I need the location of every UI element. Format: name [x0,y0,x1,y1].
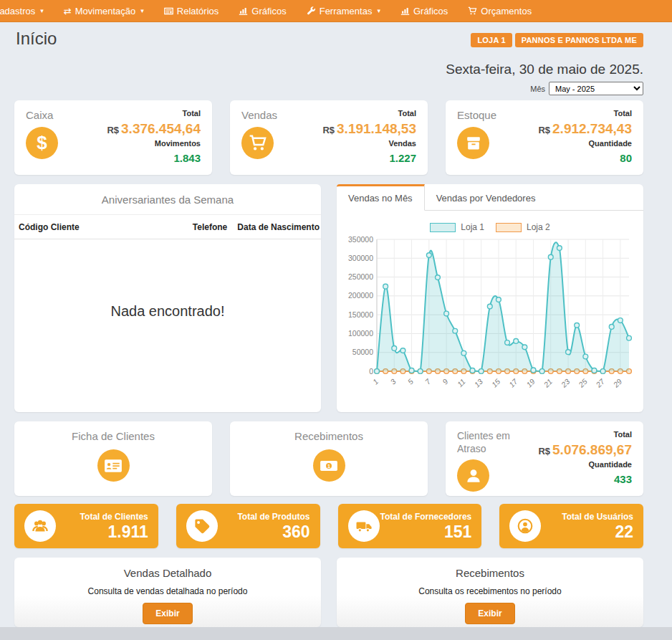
svg-text:29: 29 [611,377,624,390]
tile-value: 151 [380,523,472,541]
dashboard-page: Cadastros ▾ ⇄ Movimentação ▾ Relatórios … [0,0,672,640]
total-produtos-tile: Total de Produtos 360 [176,504,320,548]
id-card-icon [97,449,130,482]
chart-tabs: Vendas no Mês Vendas por Vendedores [337,184,643,211]
card-title: Clientes em Atraso [457,430,536,455]
exibir-vendas-button[interactable]: Exibir [143,603,192,624]
nav-cadastros[interactable]: Cadastros ▾ [0,0,54,22]
svg-text:150000: 150000 [348,310,373,319]
tab-vendas-no-mes[interactable]: Vendas no Mês [337,184,425,211]
svg-text:300000: 300000 [348,254,373,262]
panel-title: Aniversariantes da Semana [14,184,321,215]
store-badge[interactable]: LOJA 1 [471,33,512,47]
exibir-recebimentos-button[interactable]: Exibir [465,603,514,624]
nav-graficos-1[interactable]: Gráficos [229,0,296,22]
nav-graficos-2[interactable]: Gráficos [390,0,458,22]
sales-chart: 0500001000001500002000002500003000003500… [337,232,643,407]
cart-icon [241,127,274,159]
user-circle-icon [509,510,541,542]
total-amount: R$3.191.148,53 [322,120,416,138]
sales-chart-panel: Vendas no Mês Vendas por Vendedores Loja… [337,184,643,412]
bar-chart-icon [400,6,410,16]
total-label: Total [322,108,416,120]
tile-label: Total de Usuários [541,511,633,523]
total-fornecedores-tile: Total de Fornecedores 151 [338,504,482,548]
chart-legend: Loja 1 Loja 2 [337,222,643,232]
panel-title: Recebimentos [344,567,636,579]
svg-text:1: 1 [327,462,330,469]
vendas-detalhado-panel: Vendas Detalhado Consulta de vendas deta… [14,558,321,627]
total-label: Total [107,108,201,120]
col-codigo-cliente: Código Cliente [19,222,193,232]
svg-text:50000: 50000 [352,348,373,356]
vendas-card: Vendas Total R$3.191.148,53 Vendas 1.227 [230,100,428,175]
svg-text:0: 0 [369,367,373,376]
count-value: 1.227 [322,151,416,167]
svg-text:23: 23 [559,377,572,390]
svg-text:5: 5 [405,377,415,386]
recebimentos-panel: Recebimentos Consulta os recebimentos no… [337,558,643,627]
total-label: Total [538,108,632,120]
top-navbar: Cadastros ▾ ⇄ Movimentação ▾ Relatórios … [0,0,672,22]
count-label: Quantidade [538,138,632,151]
recebimentos-card[interactable]: Recebimentos 1 [230,421,428,496]
svg-text:200000: 200000 [348,291,373,300]
exchange-icon: ⇄ [64,6,72,16]
nav-relatorios[interactable]: Relatórios [154,0,229,22]
svg-text:7: 7 [423,376,433,386]
total-amount: R$3.376.454,64 [107,120,201,138]
table-header: Código Cliente Telefone Data de Nascimen… [14,215,321,239]
legend-label: Loja 1 [461,222,484,232]
month-filter: Mês May - 2025 [530,82,643,95]
tab-vendas-por-vendedores[interactable]: Vendas por Vendedores [425,184,547,210]
ficha-clientes-card[interactable]: Ficha de Clientes [14,421,212,496]
caixa-card: Caixa $ Total R$3.376.454,64 Movimentos … [14,100,212,175]
empty-message: Nada encontrado! [14,239,321,412]
nav-label: Ferramentas [320,6,373,16]
count-value: 433 [538,472,632,488]
col-telefone: Telefone [193,222,227,232]
nav-movimentacao[interactable]: ⇄ Movimentação ▾ [54,0,154,22]
svg-text:15: 15 [490,377,502,389]
bar-chart-icon [239,6,248,16]
birthdays-panel: Aniversariantes da Semana Código Cliente… [14,184,321,412]
total-amount: R$5.076.869,67 [538,441,632,459]
feature-row: Ficha de Clientes Recebimentos 1 Cliente… [14,421,643,496]
total-amount: R$2.912.734,43 [538,120,632,138]
user-icon [457,459,489,492]
tile-label: Total de Produtos [218,511,310,523]
card-title: Ficha de Clientes [26,430,201,442]
legend-label: Loja 2 [527,222,550,232]
svg-text:3: 3 [388,377,398,386]
tile-label: Total de Fornecedores [380,511,472,523]
card-title: Recebimentos [241,430,416,442]
page-title: Início [16,29,57,49]
nav-label: Cadastros [0,6,35,16]
money-bill-icon: 1 [313,449,345,482]
svg-text:100000: 100000 [348,329,373,338]
month-select[interactable]: May - 2025 [549,82,643,95]
count-label: Quantidade [538,459,632,472]
tile-value: 22 [541,523,633,541]
chevron-down-icon: ▾ [377,7,380,14]
store-badges: LOJA 1 PANNOS E PANNOS LTDA ME [471,33,643,47]
total-label: Total [538,429,632,441]
svg-text:21: 21 [542,377,554,389]
svg-text:9: 9 [441,377,450,386]
chevron-down-icon: ▾ [140,7,144,14]
tile-value: 1.911 [56,523,148,541]
nav-orcamentos[interactable]: Orçamentos [458,0,542,22]
count-value: 80 [538,151,632,167]
nav-ferramentas[interactable]: Ferramentas ▾ [297,0,390,22]
dollar-icon: $ [26,127,58,159]
svg-text:350000: 350000 [348,235,373,244]
col-data-nascimento: Data de Nascimento [237,222,320,232]
total-usuarios-tile: Total de Usuários 22 [499,504,643,548]
company-badge[interactable]: PANNOS E PANNOS LTDA ME [515,33,643,47]
nav-label: Movimentação [75,6,136,16]
middle-row: Aniversariantes da Semana Código Cliente… [14,184,643,412]
svg-text:27: 27 [594,376,607,389]
svg-text:250000: 250000 [348,272,373,281]
box-icon [457,127,489,159]
panel-description: Consulta de vendas detalhada no período [21,586,314,596]
